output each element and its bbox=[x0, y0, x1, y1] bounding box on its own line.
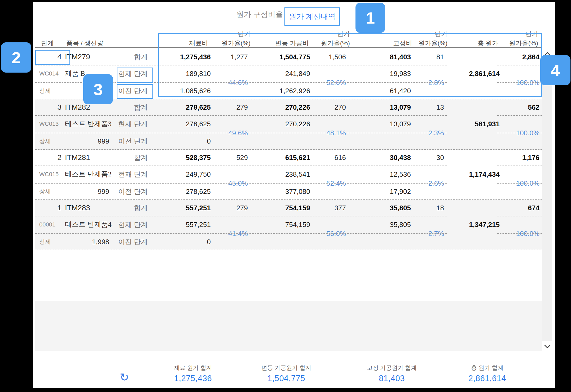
item-name: 테스트 반제품4 bbox=[65, 216, 112, 233]
variable-previous: 1,262,926 bbox=[258, 82, 310, 99]
total-cost: 1,174,434 bbox=[469, 166, 500, 183]
variable-previous bbox=[258, 133, 310, 150]
row-label-current-stage[interactable]: 현재 단계 bbox=[112, 65, 148, 82]
production-qty: 999 bbox=[65, 133, 109, 150]
variable-sum: 754,159 bbox=[258, 200, 310, 216]
variable-previous bbox=[258, 233, 310, 250]
summary-material-total: 재료 원가 합계 1,275,436 bbox=[151, 364, 235, 383]
item-code: ITM281 bbox=[65, 150, 90, 166]
total-cost: 1,347,215 bbox=[469, 216, 500, 233]
col-header-total: 총 원가 bbox=[459, 39, 498, 47]
row-label-current-stage[interactable]: 현재 단계 bbox=[112, 166, 148, 183]
material-current: 189,810 bbox=[157, 65, 211, 82]
dashed-divider bbox=[35, 216, 447, 216]
row-label-previous-stage[interactable]: 이전 단계 bbox=[112, 233, 148, 250]
work-center-code: 00001 bbox=[39, 216, 55, 233]
material-sum: 528,375 bbox=[157, 150, 211, 166]
material-previous: 278,625 bbox=[157, 183, 211, 200]
total-cost: 561,931 bbox=[475, 115, 500, 133]
variable-sum: 615,621 bbox=[258, 150, 310, 166]
unit-price-header: 단가 bbox=[323, 30, 350, 38]
fixed-previous: 17,902 bbox=[357, 183, 411, 200]
col-header-item: 품목 / 생산량 bbox=[66, 39, 103, 47]
material-previous: 1,085,626 bbox=[157, 82, 211, 99]
detail-label[interactable]: 상세 bbox=[39, 133, 51, 150]
header-divider bbox=[35, 47, 542, 48]
detail-label[interactable]: 상세 bbox=[39, 233, 51, 250]
col-header-rate: 원가율(%) bbox=[211, 39, 251, 47]
variable-unit-cost: 377 bbox=[335, 200, 346, 216]
cost-row-group: 2 ITM281 합계 528,375 529 615,621 616 30,4… bbox=[35, 150, 542, 200]
fixed-unit-cost: 30 bbox=[436, 150, 444, 166]
dashed-divider bbox=[497, 183, 542, 184]
summary-variable-total: 변동 가공원가 합계 1,504,775 bbox=[244, 364, 329, 383]
col-header-material: 재료비 bbox=[168, 39, 208, 47]
summary-label: 고정 가공원가 합계 bbox=[349, 364, 434, 372]
row-label-previous-stage[interactable]: 이전 단계 bbox=[112, 133, 148, 150]
cost-row-group: 3 ITM282 합계 278,625 279 270,226 270 13,0… bbox=[35, 99, 542, 150]
dashed-divider bbox=[35, 183, 447, 184]
item-code: ITM283 bbox=[65, 200, 90, 216]
summary-value: 1,275,436 bbox=[151, 374, 235, 383]
dashed-divider bbox=[497, 216, 542, 216]
variable-current: 238,541 bbox=[258, 166, 310, 183]
material-unit-cost: 279 bbox=[236, 200, 248, 216]
material-sum: 278,625 bbox=[157, 99, 211, 115]
material-current: 557,251 bbox=[157, 216, 211, 233]
grid-empty-area bbox=[35, 301, 542, 351]
variable-unit-cost: 270 bbox=[335, 99, 346, 115]
dashed-divider bbox=[497, 166, 542, 166]
summary-value: 1,504,775 bbox=[244, 374, 329, 383]
dashed-divider bbox=[35, 250, 542, 250]
stage-number-cell[interactable]: 3 bbox=[35, 99, 62, 115]
col-header-rate: 원가율(%) bbox=[498, 39, 538, 47]
row-label-previous-stage[interactable]: 이전 단계 bbox=[112, 82, 148, 99]
tab-cost-composition[interactable]: 원가 구성비율 bbox=[228, 10, 283, 20]
stage-number-cell[interactable]: 2 bbox=[35, 150, 62, 166]
row-label-current-stage[interactable]: 현재 단계 bbox=[112, 115, 148, 133]
row-label-sum: 합계 bbox=[112, 150, 148, 166]
tab-cost-calculation[interactable]: 원가 계산내역 bbox=[284, 7, 340, 26]
total-unit-cost: 2,864 bbox=[522, 49, 539, 65]
dashed-divider bbox=[497, 115, 542, 116]
fixed-unit-cost: 81 bbox=[436, 49, 444, 65]
material-unit-cost: 1,277 bbox=[231, 49, 248, 65]
dashed-divider bbox=[497, 82, 542, 83]
variable-current: 270,226 bbox=[258, 115, 310, 133]
row-label-previous-stage[interactable]: 이전 단계 bbox=[112, 183, 148, 200]
summary-label: 재료 원가 합계 bbox=[151, 364, 235, 372]
material-unit-cost: 279 bbox=[236, 99, 248, 115]
annotation-badge-1: 1 bbox=[355, 3, 385, 33]
col-header-fixed: 고정비 bbox=[372, 39, 412, 47]
scrollbar-track[interactable] bbox=[542, 60, 552, 341]
row-label-current-stage[interactable]: 현재 단계 bbox=[112, 216, 148, 233]
fixed-previous bbox=[357, 133, 411, 150]
fixed-unit-cost: 18 bbox=[436, 200, 444, 216]
tab-cost-calculation-label: 원가 계산내역 bbox=[289, 12, 336, 22]
production-qty: 999 bbox=[65, 183, 109, 200]
material-unit-cost: 529 bbox=[236, 150, 248, 166]
annotation-badge-2: 2 bbox=[1, 42, 31, 73]
detail-label[interactable]: 상세 bbox=[39, 183, 51, 200]
detail-label[interactable]: 상세 bbox=[39, 82, 51, 99]
material-previous: 0 bbox=[157, 233, 211, 250]
variable-sum: 270,226 bbox=[258, 99, 310, 115]
dashed-divider bbox=[35, 166, 447, 166]
col-header-variable: 변동 가공비 bbox=[261, 39, 309, 47]
summary-value: 2,861,614 bbox=[445, 374, 530, 383]
col-header-rate: 원가율(%) bbox=[310, 39, 350, 47]
unit-price-header: 단가 bbox=[224, 30, 251, 38]
fixed-current: 19,983 bbox=[357, 65, 411, 82]
total-unit-cost: 562 bbox=[528, 99, 539, 115]
stage-number-cell[interactable]: 1 bbox=[35, 200, 62, 216]
fixed-sum: 13,079 bbox=[357, 99, 411, 115]
fixed-previous bbox=[357, 233, 411, 250]
col-header-rate: 원가율(%) bbox=[408, 39, 447, 47]
stage-number-cell[interactable]: 4 bbox=[35, 49, 62, 65]
material-sum: 557,251 bbox=[157, 200, 211, 216]
variable-unit-cost: 1,506 bbox=[329, 49, 346, 65]
refresh-icon[interactable]: ↻ bbox=[118, 370, 131, 385]
row-label-sum: 합계 bbox=[112, 49, 148, 65]
summary-grand-total: 총 원가 합계 2,861,614 bbox=[445, 364, 530, 383]
fixed-current: 13,079 bbox=[357, 115, 411, 133]
